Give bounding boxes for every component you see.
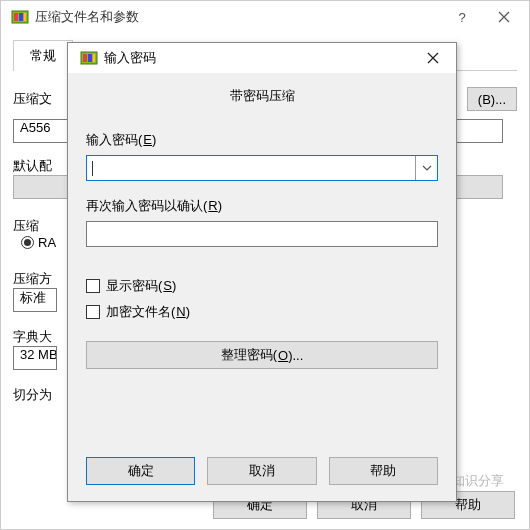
modal-title: 输入密码 xyxy=(104,49,416,67)
method-label: 压缩方 xyxy=(13,270,57,288)
modal-help-button[interactable]: 帮助 xyxy=(329,457,438,485)
modal-titlebar: 输入密码 xyxy=(68,43,456,73)
profile-label: 默认配 xyxy=(13,157,57,175)
svg-rect-3 xyxy=(24,13,26,21)
svg-rect-1 xyxy=(14,13,18,21)
method-field[interactable]: 标准 xyxy=(13,288,57,312)
modal-ok-button[interactable]: 确定 xyxy=(86,457,195,485)
tab-general[interactable]: 常规 xyxy=(13,40,73,71)
main-titlebar: 压缩文件名和参数 ? xyxy=(1,1,529,33)
winrar-icon xyxy=(80,49,98,67)
svg-rect-6 xyxy=(88,54,92,62)
encrypt-filename-label: 加密文件名(N) xyxy=(106,303,190,321)
help-titlebar-button[interactable]: ? xyxy=(441,3,483,31)
modal-heading: 带密码压缩 xyxy=(86,87,438,105)
browse-button[interactable]: (B)... xyxy=(467,87,517,111)
close-titlebar-button[interactable] xyxy=(483,3,525,31)
show-password-checkbox[interactable] xyxy=(86,279,100,293)
show-password-row: 显示密码(S) xyxy=(86,277,438,295)
radio-rar-label: RA xyxy=(38,235,64,250)
radio-rar[interactable] xyxy=(21,236,34,249)
dict-field[interactable]: 32 MB xyxy=(13,346,57,370)
reenter-password-label: 再次输入密码以确认(R) xyxy=(86,197,438,215)
modal-body: 带密码压缩 输入密码(E) 再次输入密码以确认(R) 显示密码(S) 加密文件名… xyxy=(68,73,456,445)
split-label: 切分为 xyxy=(13,386,57,404)
modal-button-row: 确定 取消 帮助 xyxy=(68,445,456,501)
svg-rect-2 xyxy=(19,13,23,21)
winrar-icon xyxy=(11,8,29,26)
archive-name-label: 压缩文 xyxy=(13,90,57,108)
reenter-password-input[interactable] xyxy=(86,221,438,247)
enter-password-input[interactable] xyxy=(86,155,438,181)
modal-close-button[interactable] xyxy=(416,45,450,71)
format-label: 压缩 xyxy=(13,217,53,235)
text-cursor xyxy=(92,161,93,176)
svg-rect-7 xyxy=(93,54,95,62)
svg-rect-5 xyxy=(83,54,87,62)
organize-passwords-button[interactable]: 整理密码(O)... xyxy=(86,341,438,369)
encrypt-filename-row: 加密文件名(N) xyxy=(86,303,438,321)
show-password-label: 显示密码(S) xyxy=(106,277,176,295)
dict-label: 字典大 xyxy=(13,328,57,346)
modal-cancel-button[interactable]: 取消 xyxy=(207,457,316,485)
encrypt-filename-checkbox[interactable] xyxy=(86,305,100,319)
password-dialog: 输入密码 带密码压缩 输入密码(E) 再次输入密码以确认(R) 显示密码(S) xyxy=(67,42,457,502)
main-window-title: 压缩文件名和参数 xyxy=(35,8,441,26)
enter-password-label: 输入密码(E) xyxy=(86,131,438,149)
chevron-down-icon[interactable] xyxy=(415,156,437,180)
